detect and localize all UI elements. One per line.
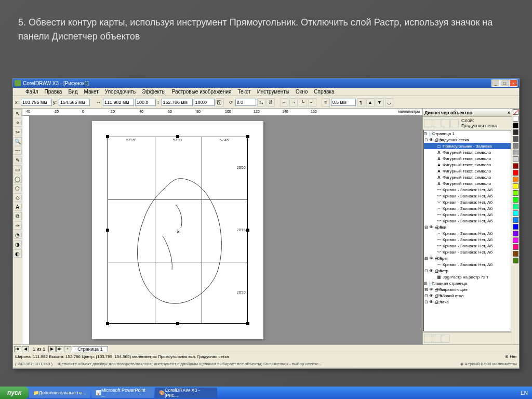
tree-item[interactable]: 〰 Кривая - Заливка: Нет, Аб — [424, 205, 511, 211]
text-tool[interactable]: A — [14, 203, 22, 211]
system-tray[interactable]: EN — [516, 390, 532, 396]
tree-item[interactable]: 〰 Кривая - Заливка: Нет, Аб — [424, 211, 511, 218]
color-swatch[interactable] — [513, 156, 518, 162]
tree-item[interactable]: ▭ Прямоугольник - Заливка — [424, 143, 511, 149]
panel-close-icon[interactable]: × — [508, 110, 510, 115]
handle-bm[interactable] — [176, 322, 179, 325]
rectangle-tool[interactable]: ▭ — [14, 165, 22, 174]
handle-tl[interactable] — [106, 135, 109, 138]
canvas[interactable]: 57'15' 57'30' 57'45' 20'00' 20'15' 20'30… — [30, 116, 422, 344]
prev-page-button[interactable]: ◀ — [22, 346, 29, 352]
smart-draw-tool[interactable]: ✎ — [14, 156, 22, 164]
color-swatch[interactable] — [513, 150, 518, 155]
lock-ratio-icon[interactable]: ⚿ — [216, 98, 224, 107]
menu-edit[interactable]: Правка — [42, 89, 65, 95]
crop-tool[interactable]: ✂ — [14, 128, 22, 136]
fill-tool[interactable]: ◑ — [14, 240, 22, 248]
tree-item[interactable]: A Фигурный текст, символо — [424, 180, 511, 187]
basic-shapes-tool[interactable]: ◇ — [14, 193, 22, 202]
object-tree[interactable]: ⊟ 📄 Страница 1⊟ 👁 🖨 ✎ Градусная сетка▭ П… — [423, 130, 511, 331]
tree-item[interactable]: A Фигурный текст, символо — [424, 162, 511, 168]
color-swatch[interactable] — [513, 251, 518, 257]
handle-bl[interactable] — [106, 322, 109, 325]
convert-curves-icon[interactable]: ◡ — [385, 98, 393, 107]
scaley-input[interactable] — [194, 99, 215, 106]
eyedropper-tool[interactable]: ✑ — [14, 221, 22, 230]
tree-item[interactable]: ⊟ 👁 🖨 ✎ растр — [424, 268, 511, 274]
color-swatch[interactable] — [513, 116, 518, 122]
tree-item[interactable]: ⊟ 👁 🖨 ✎ Направляющие — [424, 286, 511, 292]
color-swatch[interactable] — [513, 217, 518, 223]
blend-tool[interactable]: ⧉ — [14, 212, 22, 220]
width-input[interactable] — [103, 99, 134, 106]
task-item-1[interactable]: 📁 Дополнительные на... — [29, 388, 90, 398]
tree-item[interactable]: 〰 Кривая - Заливка: Нет, Аб — [424, 243, 511, 249]
tree-item[interactable]: 〰 Кривая - Заливка: Нет, Аб — [424, 249, 511, 255]
color-swatch[interactable] — [513, 190, 518, 196]
page-tab[interactable]: Страница 1 — [72, 346, 108, 352]
to-back-icon[interactable]: ▼ — [376, 98, 384, 107]
menu-text[interactable]: Текст — [234, 89, 254, 95]
minimize-button[interactable]: _ — [491, 79, 500, 87]
delete-layer-icon[interactable] — [442, 335, 450, 343]
menu-effects[interactable]: Эффекты — [139, 89, 168, 95]
color-swatch[interactable] — [513, 183, 518, 189]
color-swatch[interactable] — [513, 210, 518, 216]
menu-help[interactable]: Справка — [311, 89, 337, 95]
layer-props-icon[interactable] — [433, 119, 441, 127]
x-input[interactable] — [21, 99, 52, 106]
color-swatch[interactable] — [513, 224, 518, 230]
height-input[interactable] — [162, 99, 193, 106]
no-color-swatch[interactable] — [513, 109, 518, 115]
polygon-tool[interactable]: ⬠ — [14, 184, 22, 192]
last-page-button[interactable]: ⏭ — [56, 346, 63, 352]
tree-item[interactable]: 〰 Кривая - Заливка: Нет, Аб — [424, 193, 511, 199]
color-swatch[interactable] — [513, 244, 518, 250]
menu-file[interactable]: Файл — [22, 89, 42, 95]
next-page-button[interactable]: ▶ — [48, 346, 56, 352]
start-button[interactable]: пуск — [0, 387, 29, 399]
layer-opts-icon[interactable] — [450, 119, 459, 127]
menu-arrange[interactable]: Упорядочить — [102, 89, 139, 95]
color-swatch[interactable] — [513, 143, 518, 149]
new-master-icon[interactable] — [433, 335, 441, 343]
zoom-tool[interactable]: 🔍 — [14, 137, 22, 145]
interactive-fill-tool[interactable]: ◐ — [14, 249, 22, 258]
tree-item[interactable]: ⊟ 👁 🖨 ✎ Градусная сетка — [424, 137, 511, 143]
menu-tools[interactable]: Инструменты — [254, 89, 292, 95]
mirror-h-icon[interactable]: ⇋ — [257, 98, 265, 107]
y-input[interactable] — [59, 99, 90, 106]
mirror-v-icon[interactable]: ⇵ — [267, 98, 275, 107]
menu-window[interactable]: Окно — [292, 89, 311, 95]
handle-mr[interactable] — [246, 229, 249, 232]
handle-ml[interactable] — [106, 229, 109, 232]
color-swatch[interactable] — [513, 163, 518, 169]
tree-item[interactable]: ⊟ 👁 🖨 ✎ Рабочий стол — [424, 292, 511, 299]
add-page-button[interactable]: + — [64, 346, 71, 352]
freehand-tool[interactable]: 〰 — [14, 147, 22, 155]
corner-tr-icon[interactable]: ¬ — [289, 98, 298, 107]
color-swatch[interactable] — [513, 129, 518, 135]
outline-tool[interactable]: ◔ — [14, 231, 22, 239]
tree-item[interactable]: 〰 Кривая - Заливка: Нет, Аб — [424, 218, 511, 224]
to-front-icon[interactable]: ▲ — [366, 98, 375, 107]
menu-view[interactable]: Вид — [65, 89, 81, 95]
rotation-input[interactable] — [235, 99, 256, 106]
tree-item[interactable]: 〰 Кривая - Заливка: Нет, Аб — [424, 199, 511, 205]
tree-item[interactable]: A Фигурный текст, символо — [424, 168, 511, 174]
shape-tool[interactable]: ✧ — [14, 118, 22, 127]
tree-item[interactable]: 〰 Кривая - Заливка: Нет, Аб — [424, 261, 511, 268]
handle-br[interactable] — [246, 322, 249, 325]
maximize-button[interactable]: □ — [500, 79, 509, 87]
tree-item[interactable]: ⊟ 📄 Страница 1 — [424, 130, 511, 137]
new-layer-icon[interactable] — [424, 119, 432, 127]
tree-item[interactable]: 〰 Кривая - Заливка: Нет, Аб — [424, 187, 511, 193]
ellipse-tool[interactable]: ◯ — [14, 175, 22, 183]
tree-item[interactable]: A Фигурный текст, символо — [424, 155, 511, 162]
menu-bitmaps[interactable]: Растровые изображения — [169, 89, 235, 95]
tree-item[interactable]: ⊟ 👁 🖨 ✎ реки — [424, 224, 511, 230]
handle-tm[interactable] — [176, 135, 179, 138]
color-swatch[interactable] — [513, 170, 518, 176]
color-swatch[interactable] — [513, 237, 518, 243]
corner-bl-icon[interactable]: └ — [299, 98, 307, 107]
